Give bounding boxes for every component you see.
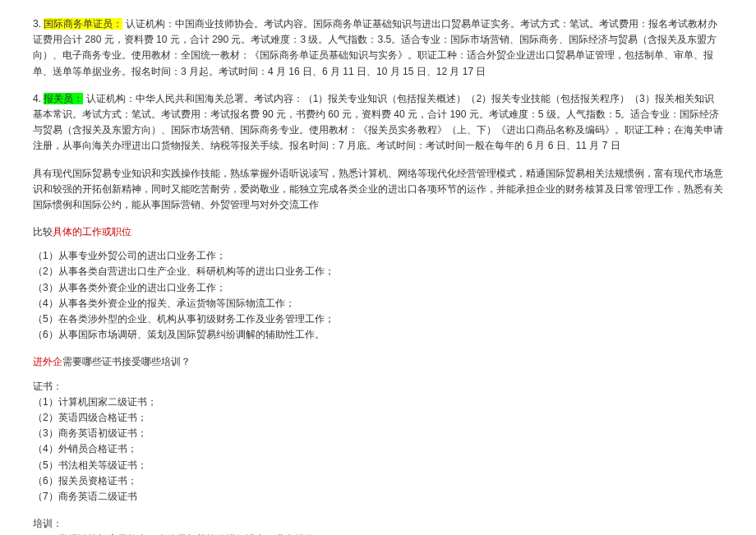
training-heading: 培训： <box>33 516 723 532</box>
section-4-title: 报关员： <box>44 93 83 104</box>
positions-item: （2）从事各类自营进出口生产企业、科研机构等的进出口业务工作； <box>33 264 723 279</box>
certs-item: （7）商务英语二级证书 <box>33 489 723 505</box>
positions-heading-red: 具体的工作或职位 <box>53 226 131 238</box>
section-3-body: 认证机构：中国商业技师协会。考试内容。国际商务单证基础知识与进出口贸易单证实务。… <box>33 18 717 77</box>
certificates-section: 进外企需要哪些证书接受哪些培训？ 证书： （1）计算机国家二级证书； （2）英语… <box>33 354 723 505</box>
positions-list: （1）从事专业外贸公司的进出口业务工作； （2）从事各类自营进出口生产企业、科研… <box>33 248 723 343</box>
training-item: （1）掌握计算机应用能力，会使用相关软件进行进出口业务操作。 <box>33 532 723 535</box>
section-3: 3. 国际商务单证员： 认证机构：中国商业技师协会。考试内容。国际商务单证基础知… <box>33 16 723 80</box>
section-3-title: 国际商务单证员： <box>44 18 122 30</box>
certs-list: （1）计算机国家二级证书； （2）英语四级合格证书； （3）商务英语初级证书； … <box>33 394 723 505</box>
certs-item: （1）计算机国家二级证书； <box>33 394 723 410</box>
positions-item: （6）从事国际市场调研、策划及国际贸易纠纷调解的辅助性工作。 <box>33 327 723 343</box>
certs-item: （5）书法相关等级证书； <box>33 458 723 473</box>
overview-text: 具有现代国际贸易专业知识和实践操作技能，熟练掌握外语听说读写，熟悉计算机、网络等… <box>33 166 723 214</box>
certs-heading-rest: 需要哪些证书接受哪些培训？ <box>62 356 191 367</box>
certs-heading-red: 进外企 <box>33 356 62 367</box>
training-section: 培训： （1）掌握计算机应用能力，会使用相关软件进行进出口业务操作。 （2）掌握… <box>33 516 723 535</box>
overview-paragraph: 具有现代国际贸易专业知识和实践操作技能，熟练掌握外语听说读写，熟悉计算机、网络等… <box>33 166 723 214</box>
positions-section: 比较具体的工作或职位 （1）从事专业外贸公司的进出口业务工作； （2）从事各类自… <box>33 224 723 343</box>
positions-item: （4）从事各类外资企业的报关、承运货物等国际物流工作； <box>33 296 723 311</box>
section-3-num: 3. <box>33 18 41 30</box>
positions-item: （3）从事各类外资企业的进出口业务工作； <box>33 280 723 296</box>
certs-item: （2）英语四级合格证书； <box>33 410 723 426</box>
certs-item: （4）外销员合格证书； <box>33 441 723 457</box>
certs-sub1: 证书： <box>33 379 723 394</box>
certs-item: （6）报关员资格证书； <box>33 473 723 489</box>
training-list: （1）掌握计算机应用能力，会使用相关软件进行进出口业务操作。 （2）掌握网络使用… <box>33 532 723 535</box>
positions-item: （1）从事专业外贸公司的进出口业务工作； <box>33 248 723 264</box>
section-4-body: 认证机构：中华人民共和国海关总署。考试内容：（1）报关专业知识（包括报关概述）（… <box>33 93 723 152</box>
positions-heading-prefix: 比较 <box>33 226 53 238</box>
section-4-num: 4. <box>33 93 41 104</box>
section-4: 4. 报关员： 认证机构：中华人民共和国海关总署。考试内容：（1）报关专业知识（… <box>33 91 723 155</box>
positions-item: （5）在各类涉外型的企业、机构从事初级财务工作及业务管理工作； <box>33 311 723 327</box>
certs-item: （3）商务英语初级证书； <box>33 426 723 441</box>
